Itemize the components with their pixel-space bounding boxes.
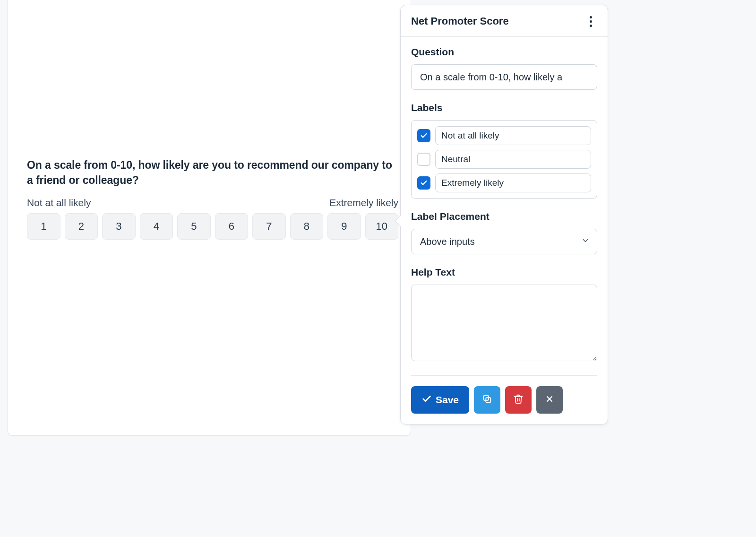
scale-option-4[interactable]: 4 — [140, 213, 173, 240]
label-text-input[interactable] — [435, 173, 591, 192]
editor-header: Net Promoter Score — [401, 5, 608, 37]
scale-option-3[interactable]: 3 — [102, 213, 136, 240]
scale-row: 12345678910 — [27, 213, 398, 240]
label-text-input[interactable] — [435, 150, 591, 169]
preview-card: On a scale from 0-10, how likely are you… — [8, 0, 411, 436]
help-text-input[interactable] — [411, 285, 597, 361]
duplicate-button[interactable] — [474, 386, 500, 414]
labels-box — [411, 120, 597, 199]
label-placement-select[interactable]: Above inputs — [411, 229, 597, 254]
question-input[interactable] — [411, 64, 597, 90]
label-text-input[interactable] — [435, 126, 591, 145]
save-button-label: Save — [436, 394, 459, 406]
scale-option-7[interactable]: 7 — [252, 213, 286, 240]
label-row — [417, 150, 591, 169]
label-row — [417, 126, 591, 145]
section-label-labels: Labels — [411, 102, 597, 113]
scale-option-8[interactable]: 8 — [290, 213, 324, 240]
question-text: On a scale from 0-10, how likely are you… — [27, 157, 398, 188]
delete-button[interactable] — [505, 386, 532, 414]
more-menu-icon[interactable] — [584, 15, 597, 28]
editor-title: Net Promoter Score — [411, 15, 509, 27]
label-checkbox[interactable] — [417, 176, 430, 190]
save-button[interactable]: Save — [411, 386, 469, 414]
editor-panel: Net Promoter Score Question Labels Label… — [400, 5, 608, 424]
scale-option-1[interactable]: 1 — [27, 213, 60, 240]
label-placement-value: Above inputs — [420, 236, 475, 247]
scale-option-10[interactable]: 10 — [365, 213, 399, 240]
scale-option-9[interactable]: 9 — [327, 213, 361, 240]
trash-icon — [513, 394, 524, 407]
scale-label-high: Extremely likely — [329, 197, 398, 208]
scale-label-low: Not at all likely — [27, 197, 91, 208]
scale-labels: Not at all likely Extremely likely — [27, 197, 398, 208]
section-label-placement: Label Placement — [411, 211, 597, 222]
scale-option-6[interactable]: 6 — [215, 213, 249, 240]
copy-icon — [482, 394, 492, 407]
check-icon — [421, 394, 432, 407]
label-checkbox[interactable] — [417, 153, 430, 166]
label-checkbox[interactable] — [417, 129, 430, 142]
editor-footer: Save — [401, 376, 608, 424]
scale-option-2[interactable]: 2 — [65, 213, 98, 240]
close-icon — [545, 394, 554, 406]
label-row — [417, 173, 591, 192]
preview-inner: On a scale from 0-10, how likely are you… — [27, 157, 398, 240]
section-label-question: Question — [411, 46, 597, 58]
section-label-helptext: Help Text — [411, 267, 597, 278]
scale-option-5[interactable]: 5 — [177, 213, 211, 240]
close-button[interactable] — [536, 386, 563, 414]
